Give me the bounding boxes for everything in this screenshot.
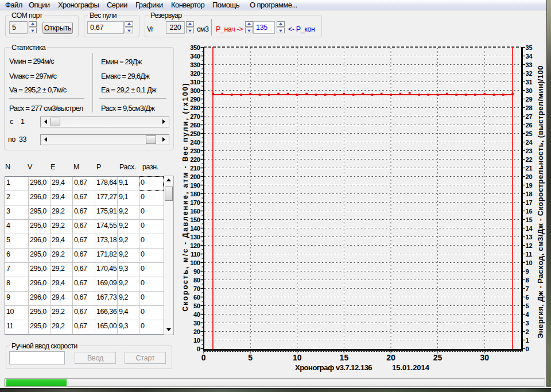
svg-text:160: 160 bbox=[190, 208, 200, 215]
svg-text:35: 35 bbox=[526, 44, 533, 51]
svg-text:30: 30 bbox=[193, 320, 200, 327]
svg-text:0: 0 bbox=[197, 346, 200, 352]
svg-text:9: 9 bbox=[526, 268, 529, 275]
svg-text:13: 13 bbox=[526, 234, 533, 240]
svg-text:0: 0 bbox=[526, 346, 529, 352]
svg-text:18: 18 bbox=[526, 191, 533, 197]
svg-text:26: 26 bbox=[526, 122, 533, 129]
svg-text:320: 320 bbox=[190, 70, 200, 77]
svg-text:130: 130 bbox=[190, 234, 200, 240]
svg-text:23: 23 bbox=[526, 148, 533, 154]
svg-text:60: 60 bbox=[193, 294, 200, 301]
svg-text:220: 220 bbox=[190, 156, 200, 163]
svg-text:6: 6 bbox=[526, 294, 529, 301]
svg-text:340: 340 bbox=[190, 53, 200, 60]
svg-text:31: 31 bbox=[526, 79, 533, 86]
svg-text:2: 2 bbox=[526, 328, 529, 335]
svg-text:70: 70 bbox=[193, 285, 200, 292]
svg-text:330: 330 bbox=[190, 61, 200, 68]
svg-text:280: 280 bbox=[190, 104, 200, 111]
svg-text:350: 350 bbox=[190, 44, 200, 51]
svg-text:120: 120 bbox=[190, 242, 200, 249]
svg-text:3: 3 bbox=[526, 320, 529, 327]
svg-text:5: 5 bbox=[248, 353, 253, 362]
svg-text:15: 15 bbox=[340, 353, 349, 362]
svg-text:15: 15 bbox=[526, 216, 533, 223]
svg-text:30: 30 bbox=[480, 353, 489, 362]
svg-text:80: 80 bbox=[193, 277, 200, 284]
svg-text:16: 16 bbox=[526, 208, 533, 215]
svg-text:20: 20 bbox=[386, 353, 395, 362]
svg-text:1: 1 bbox=[526, 337, 529, 344]
svg-text:140: 140 bbox=[190, 225, 200, 232]
svg-text:Скорость, м/с - Давление, ат: Скорость, м/с - Давление, атм - Вес пули… bbox=[181, 82, 189, 312]
svg-text:21: 21 bbox=[526, 165, 533, 172]
svg-text:11: 11 bbox=[526, 251, 533, 258]
svg-text:20: 20 bbox=[193, 328, 200, 335]
svg-text:290: 290 bbox=[190, 96, 200, 103]
svg-text:10: 10 bbox=[193, 337, 200, 344]
svg-text:310: 310 bbox=[190, 79, 200, 86]
svg-text:180: 180 bbox=[190, 191, 200, 197]
svg-text:7: 7 bbox=[526, 285, 529, 292]
svg-text:Хронограф v3.7.12.136: Хронограф v3.7.12.136 bbox=[295, 363, 372, 372]
svg-text:27: 27 bbox=[526, 113, 533, 120]
svg-text:300: 300 bbox=[190, 87, 200, 94]
svg-text:40: 40 bbox=[193, 311, 200, 318]
svg-text:32: 32 bbox=[526, 70, 533, 77]
svg-text:210: 210 bbox=[190, 165, 200, 172]
svg-text:110: 110 bbox=[191, 251, 200, 258]
svg-text:170: 170 bbox=[190, 199, 200, 206]
svg-text:270: 270 bbox=[190, 113, 200, 120]
svg-text:Энергия, Дж - Расход, см3/Дж: Энергия, Дж - Расход, см3/Дж - Скоростре… bbox=[536, 65, 545, 339]
svg-text:8: 8 bbox=[526, 277, 529, 284]
svg-text:5: 5 bbox=[526, 302, 529, 309]
svg-text:25: 25 bbox=[526, 130, 533, 137]
svg-text:0: 0 bbox=[201, 353, 206, 362]
svg-text:22: 22 bbox=[526, 156, 533, 163]
svg-text:100: 100 bbox=[190, 259, 200, 266]
svg-text:150: 150 bbox=[190, 216, 200, 223]
svg-text:30: 30 bbox=[526, 87, 533, 94]
svg-text:15.01.2014: 15.01.2014 bbox=[392, 363, 430, 372]
svg-text:34: 34 bbox=[526, 53, 533, 60]
svg-text:12: 12 bbox=[526, 242, 533, 249]
svg-text:20: 20 bbox=[526, 173, 533, 180]
svg-text:240: 240 bbox=[190, 139, 200, 146]
svg-text:25: 25 bbox=[433, 353, 443, 362]
svg-text:50: 50 bbox=[193, 302, 200, 309]
svg-text:10: 10 bbox=[293, 353, 302, 362]
svg-text:4: 4 bbox=[526, 311, 530, 318]
svg-text:230: 230 bbox=[190, 148, 200, 154]
svg-text:29: 29 bbox=[526, 96, 533, 103]
svg-text:260: 260 bbox=[190, 122, 200, 129]
svg-text:19: 19 bbox=[526, 182, 533, 189]
svg-text:14: 14 bbox=[526, 225, 533, 232]
svg-text:10: 10 bbox=[526, 259, 533, 266]
svg-text:190: 190 bbox=[190, 182, 200, 189]
svg-text:250: 250 bbox=[190, 130, 200, 137]
svg-text:200: 200 bbox=[190, 173, 200, 180]
svg-text:17: 17 bbox=[526, 199, 533, 206]
svg-text:24: 24 bbox=[526, 139, 533, 146]
svg-text:28: 28 bbox=[526, 104, 533, 111]
svg-text:33: 33 bbox=[526, 61, 533, 68]
svg-text:90: 90 bbox=[193, 268, 200, 275]
